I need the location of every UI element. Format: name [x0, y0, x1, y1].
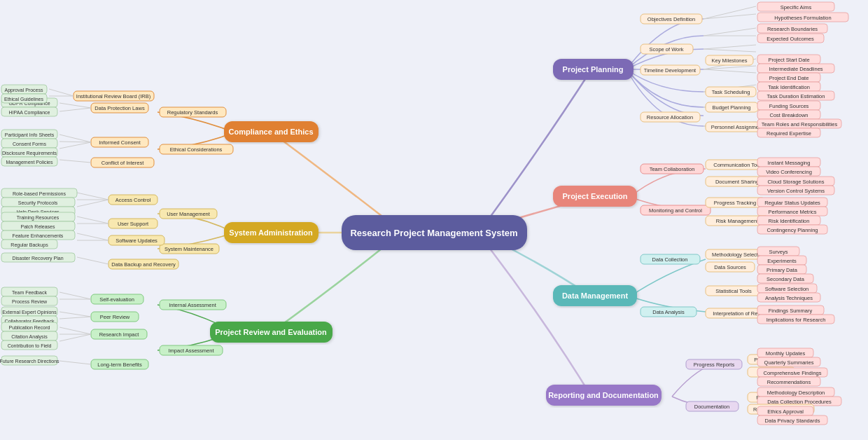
svg-text:Long-term Benefits: Long-term Benefits: [97, 362, 142, 368]
svg-text:Team Roles and Responsibilitie: Team Roles and Responsibilities: [762, 121, 838, 128]
svg-text:External Expert Opinions: External Expert Opinions: [2, 310, 57, 315]
svg-text:Primary Data: Primary Data: [766, 267, 798, 273]
svg-text:System Maintenance: System Maintenance: [164, 246, 214, 252]
svg-text:Expected Outcomes: Expected Outcomes: [766, 36, 814, 42]
svg-text:Conflict of Interest: Conflict of Interest: [102, 160, 144, 166]
svg-text:Data Protection Laws: Data Protection Laws: [94, 105, 145, 111]
svg-text:Analysis Techniques: Analysis Techniques: [765, 295, 813, 301]
svg-text:Impact Assessment: Impact Assessment: [168, 348, 214, 354]
svg-text:Task Scheduling: Task Scheduling: [712, 89, 750, 95]
svg-text:Key Milestones: Key Milestones: [712, 57, 748, 64]
svg-text:Quarterly Summaries: Quarterly Summaries: [764, 359, 814, 366]
system-administration-label: System Administration: [229, 228, 313, 237]
svg-text:Progress Tracking: Progress Tracking: [714, 200, 756, 206]
svg-text:Performance Metrics: Performance Metrics: [768, 209, 816, 215]
svg-text:Research Impact: Research Impact: [99, 331, 140, 338]
project-execution-label: Project Execution: [563, 192, 628, 200]
svg-text:Budget Planning: Budget Planning: [712, 104, 750, 111]
svg-text:Disaster Recovery Plan: Disaster Recovery Plan: [12, 256, 63, 261]
mindmap-diagram: Specific Aims Hypotheses Formulation Obj…: [0, 0, 868, 440]
svg-text:Task Identification: Task Identification: [768, 84, 810, 90]
svg-text:Methodology Description: Methodology Description: [767, 390, 825, 396]
svg-text:Approval Process: Approval Process: [5, 88, 43, 93]
svg-text:Informed Consent: Informed Consent: [99, 139, 141, 146]
svg-text:Methodology Selection: Methodology Selection: [712, 252, 765, 258]
compliance-ethics-label: Compliance and Ethics: [228, 128, 313, 136]
svg-text:Progress Reports: Progress Reports: [694, 362, 735, 368]
svg-text:Ethical Guidelines: Ethical Guidelines: [4, 97, 44, 102]
svg-text:Task Duration Estimation: Task Duration Estimation: [767, 93, 825, 99]
svg-text:HIPAA Compliance: HIPAA Compliance: [8, 110, 50, 116]
svg-text:Data Collection: Data Collection: [652, 256, 688, 263]
svg-text:Role-based Permissions: Role-based Permissions: [13, 191, 66, 196]
svg-text:Software Updates: Software Updates: [115, 238, 158, 244]
svg-text:Team Feedback: Team Feedback: [12, 290, 47, 295]
svg-text:Patch Releases: Patch Releases: [20, 224, 55, 229]
svg-text:Management Policies: Management Policies: [6, 160, 53, 165]
svg-text:Publication Record: Publication Record: [9, 325, 50, 330]
svg-text:Version Control Systems: Version Control Systems: [767, 188, 825, 194]
svg-text:Communication Tools: Communication Tools: [713, 162, 764, 168]
svg-text:Video Conferencing: Video Conferencing: [766, 169, 812, 175]
svg-text:Peer Review: Peer Review: [100, 314, 130, 320]
svg-text:Comprehensive Findings: Comprehensive Findings: [764, 370, 822, 376]
project-review-label: Project Review and Evaluation: [215, 328, 327, 336]
svg-text:Risk Management: Risk Management: [716, 218, 759, 224]
svg-text:Contingency Planning: Contingency Planning: [767, 227, 818, 233]
svg-text:Security Protocols: Security Protocols: [18, 200, 58, 206]
svg-text:Future Research Directions: Future Research Directions: [0, 359, 59, 364]
svg-text:Training Resources: Training Resources: [17, 215, 59, 221]
project-planning-label: Project Planning: [563, 65, 624, 74]
svg-text:Document Sharing: Document Sharing: [715, 179, 759, 185]
svg-text:Hypotheses Formulation: Hypotheses Formulation: [774, 15, 831, 21]
svg-text:Data Analysis: Data Analysis: [652, 309, 685, 315]
data-management-label: Data Management: [562, 291, 628, 300]
svg-text:Findings Summary: Findings Summary: [769, 308, 813, 314]
svg-text:Project Start Date: Project Start Date: [768, 57, 809, 63]
svg-text:Monitoring and Control: Monitoring and Control: [649, 207, 702, 214]
svg-text:Feature Enhancements: Feature Enhancements: [13, 233, 64, 238]
svg-text:Scope of Work: Scope of Work: [649, 46, 683, 53]
svg-text:Required Expertise: Required Expertise: [766, 130, 811, 137]
svg-text:Instant Messaging: Instant Messaging: [768, 160, 811, 166]
svg-text:Regular Backups: Regular Backups: [10, 242, 48, 248]
central-node-label: Research Project Management System: [350, 228, 517, 238]
svg-text:Regular Status Updates: Regular Status Updates: [764, 200, 820, 206]
svg-text:Project End Date: Project End Date: [769, 75, 809, 81]
svg-text:Secondary Data: Secondary Data: [766, 276, 805, 282]
svg-text:Implications for Research: Implications for Research: [766, 317, 826, 323]
svg-text:Specific Aims: Specific Aims: [780, 4, 812, 11]
svg-text:Consent Forms: Consent Forms: [13, 142, 46, 146]
svg-text:Monthly Updates: Monthly Updates: [766, 350, 806, 357]
svg-text:Risk Identification: Risk Identification: [769, 218, 810, 224]
svg-text:Timeline Development: Timeline Development: [644, 67, 696, 74]
svg-text:Process Review: Process Review: [12, 299, 48, 304]
svg-text:Access Control: Access Control: [115, 197, 151, 203]
svg-text:Data Privacy Standards: Data Privacy Standards: [765, 418, 820, 424]
svg-text:User Support: User Support: [118, 221, 149, 227]
svg-text:Personnel Assignment: Personnel Assignment: [711, 124, 764, 130]
svg-text:Cost Breakdown: Cost Breakdown: [769, 112, 808, 118]
svg-text:Disclosure Requirements: Disclosure Requirements: [2, 151, 57, 156]
svg-text:Cloud Storage Solutions: Cloud Storage Solutions: [768, 179, 825, 185]
svg-text:Documentation: Documentation: [694, 404, 729, 410]
svg-text:Intermediate Deadlines: Intermediate Deadlines: [769, 66, 822, 72]
svg-text:Self-evaluation: Self-evaluation: [99, 296, 134, 303]
svg-text:Resource Allocation: Resource Allocation: [647, 114, 693, 121]
reporting-documentation-label: Reporting and Documentation: [548, 391, 659, 399]
svg-text:Team Collaboration: Team Collaboration: [650, 166, 695, 172]
svg-text:Objectives Definition: Objectives Definition: [648, 16, 695, 22]
svg-text:Participant Info Sheets: Participant Info Sheets: [5, 132, 55, 138]
svg-text:Data Sources: Data Sources: [714, 264, 746, 270]
svg-text:Research Boundaries: Research Boundaries: [767, 26, 818, 32]
svg-text:Institutional Review Board (IR: Institutional Review Board (IRB): [76, 93, 151, 99]
svg-text:Citation Analysis: Citation Analysis: [11, 334, 48, 340]
svg-text:Statistical Tools: Statistical Tools: [715, 288, 752, 294]
svg-text:Ethical Considerations: Ethical Considerations: [170, 146, 223, 153]
svg-text:Experiments: Experiments: [767, 258, 797, 264]
svg-text:Contribution to Field: Contribution to Field: [8, 343, 52, 348]
svg-text:Software Selection: Software Selection: [765, 286, 809, 292]
svg-text:Data Backup and Recovery: Data Backup and Recovery: [111, 261, 176, 268]
svg-text:Funding Sources: Funding Sources: [769, 103, 809, 109]
svg-text:User Management: User Management: [167, 211, 211, 217]
